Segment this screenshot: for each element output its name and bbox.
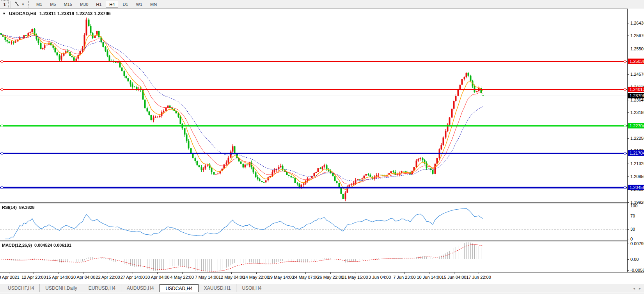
rsi-indicator-canvas[interactable] bbox=[0, 203, 627, 240]
time-tick-mark bbox=[454, 273, 454, 274]
time-tick-mark bbox=[157, 273, 158, 274]
timeframe-button-m1[interactable]: M1 bbox=[33, 1, 46, 8]
macd-indicator-canvas[interactable] bbox=[0, 241, 627, 272]
price-line-badge: 1.21704 bbox=[628, 150, 644, 156]
time-tick-label: 15 Apr 14:00 bbox=[46, 275, 71, 280]
chart-tab-eurusd-h4[interactable]: EURUSD,H4 bbox=[83, 284, 121, 292]
rsi-scale-label: 100 bbox=[630, 203, 637, 208]
time-axis[interactable]: 8 Apr 202112 Apr 23:0015 Apr 14:0020 Apr… bbox=[0, 273, 644, 284]
rsi-scale-label: 0 bbox=[630, 237, 633, 241]
time-tick-label: 24 May 07:00 bbox=[293, 275, 319, 280]
chart-tab-usdcad-h4[interactable]: USDCAD,H4 bbox=[160, 284, 198, 292]
price-tick-label: 1.25970 bbox=[630, 33, 644, 38]
macd-scale-label: 0.00 bbox=[630, 257, 639, 262]
tab-scroll-left-icon[interactable]: ◂ bbox=[633, 286, 635, 290]
price-tick-mark bbox=[628, 49, 629, 49]
time-tick-label: 15 Jun 04:00 bbox=[442, 275, 467, 280]
time-tick-mark bbox=[207, 273, 207, 274]
rsi-scale-label: 70 bbox=[630, 214, 635, 218]
price-axis[interactable]: 1.264301.259701.255001.250301.245701.241… bbox=[627, 9, 644, 272]
chart-tab-xauusd-h1[interactable]: XAUUSD,H1 bbox=[199, 284, 237, 292]
time-tick-label: 8 Apr 2021 bbox=[0, 275, 20, 280]
macd-scale-label: 0.007959 bbox=[630, 241, 644, 246]
time-tick-label: 22 Apr 22:00 bbox=[96, 275, 120, 280]
time-tick-label: 7 Jun 23:00 bbox=[393, 275, 416, 280]
price-tick-label: 1.21320 bbox=[630, 161, 644, 166]
macd-scale-label: -0.005663 bbox=[630, 268, 644, 273]
timeframe-button-w1[interactable]: W1 bbox=[132, 1, 146, 8]
time-tick-label: 27 Apr 14:00 bbox=[121, 275, 145, 280]
cursor-arrows-icon bbox=[14, 1, 20, 8]
price-line-badge: 1.22704 bbox=[628, 123, 644, 128]
time-tick-mark bbox=[34, 273, 34, 274]
time-tick-mark bbox=[305, 273, 306, 274]
toolbar-separator bbox=[11, 1, 11, 8]
text-tool-button[interactable]: T bbox=[1, 0, 9, 8]
timeframe-button-mn[interactable]: MN bbox=[147, 1, 160, 8]
time-tick-label: 4 May 22:00 bbox=[170, 275, 194, 280]
time-tick-mark bbox=[330, 273, 331, 274]
time-tick-mark bbox=[133, 273, 133, 274]
time-tick-mark bbox=[59, 273, 59, 274]
chart-tab-usdcnh-daily[interactable]: USDCNH,Daily bbox=[40, 284, 83, 292]
time-tick-label: 26 May 22:00 bbox=[317, 275, 343, 280]
rsi-scale-tick bbox=[628, 216, 629, 216]
time-tick-label: 12 May 04:00 bbox=[218, 275, 245, 280]
macd-values: 0.004524 0.006181 bbox=[34, 243, 71, 248]
time-tick-label: 7 May 14:00 bbox=[195, 275, 219, 280]
time-tick-label: 10 Jun 14:00 bbox=[417, 275, 442, 280]
cursor-tool-button[interactable]: ▼ bbox=[13, 1, 26, 8]
time-tick-label: 31 May 15:00 bbox=[342, 275, 368, 280]
time-tick-label: 17 Jun 22:00 bbox=[466, 275, 491, 280]
chart-ohlc-values: 1.23811 1.23819 1.23743 1.23796 bbox=[39, 11, 111, 16]
rsi-scale-tick bbox=[628, 206, 629, 206]
time-tick-mark bbox=[479, 273, 479, 274]
price-line-badge: 1.25036 bbox=[628, 59, 644, 64]
timeframe-button-group: M1M5M15M30H1H4D1W1MN bbox=[32, 1, 161, 8]
macd-scale-tick bbox=[628, 270, 629, 271]
macd-scale-tick bbox=[628, 259, 629, 260]
chart-tab-audusd-h4[interactable]: AUDUSD,H4 bbox=[121, 284, 160, 292]
time-tick-mark bbox=[429, 273, 429, 274]
tab-scroll-right-icon[interactable]: ▸ bbox=[639, 286, 641, 290]
chart-symbol-label: USDCAD,H4 bbox=[9, 11, 36, 16]
timeframe-button-d1[interactable]: D1 bbox=[119, 1, 131, 8]
price-tick-label: 1.20850 bbox=[630, 174, 644, 179]
time-tick-mark bbox=[182, 273, 183, 274]
price-line-badge: 1.20456 bbox=[628, 185, 644, 190]
price-tick-mark bbox=[628, 112, 629, 113]
rsi-scale-tick bbox=[628, 239, 629, 239]
rsi-value: 59.3828 bbox=[19, 205, 35, 210]
status-bar bbox=[0, 292, 644, 294]
time-tick-mark bbox=[231, 273, 232, 274]
chart-title: ▼ USDCAD,H4 1.23811 1.23819 1.23743 1.23… bbox=[2, 11, 111, 16]
price-tick-mark bbox=[628, 138, 629, 139]
timeframe-button-m15[interactable]: M15 bbox=[60, 1, 75, 8]
timeframe-button-h4[interactable]: H4 bbox=[106, 1, 118, 8]
tab-scroll-arrows: ◂ ▸ bbox=[633, 284, 644, 292]
price-tick-mark bbox=[628, 202, 629, 203]
timeframe-button-m5[interactable]: M5 bbox=[46, 1, 59, 8]
current-price-badge: 1.23796 bbox=[628, 93, 644, 98]
top-toolbar: T ▼ M1M5M15M30H1H4D1W1MN bbox=[0, 0, 644, 9]
timeframe-button-m30[interactable]: M30 bbox=[76, 1, 92, 8]
price-tick-mark bbox=[628, 36, 629, 36]
rsi-scale-label: 30 bbox=[630, 227, 635, 232]
price-tick-label: 1.23180 bbox=[630, 110, 644, 115]
collapse-triangle-icon[interactable]: ▼ bbox=[2, 12, 6, 16]
time-tick-label: 14 May 22:00 bbox=[243, 275, 269, 280]
time-tick-mark bbox=[380, 273, 380, 274]
time-tick-label: 30 Apr 04:00 bbox=[145, 275, 169, 280]
chart-tab-usoil-h4[interactable]: USOil,H4 bbox=[236, 284, 267, 292]
time-tick-label: 19 May 14:00 bbox=[268, 275, 294, 280]
macd-scale-tick bbox=[628, 244, 629, 244]
toolbar-grip[interactable] bbox=[28, 1, 31, 7]
price-tick-mark bbox=[628, 164, 629, 164]
rsi-label: RSI(14) 59.3828 bbox=[2, 205, 35, 210]
price-chart-canvas[interactable] bbox=[0, 9, 627, 202]
chart-tab-usdchf-h4[interactable]: USDCHF,H4 bbox=[2, 284, 40, 292]
time-tick-mark bbox=[355, 273, 355, 274]
chart-tab-bar: USDCHF,H4USDCNH,DailyEURUSD,H4AUDUSD,H4U… bbox=[0, 284, 644, 292]
time-tick-label: 20 Apr 04:00 bbox=[71, 275, 95, 280]
timeframe-button-h1[interactable]: H1 bbox=[92, 1, 105, 8]
